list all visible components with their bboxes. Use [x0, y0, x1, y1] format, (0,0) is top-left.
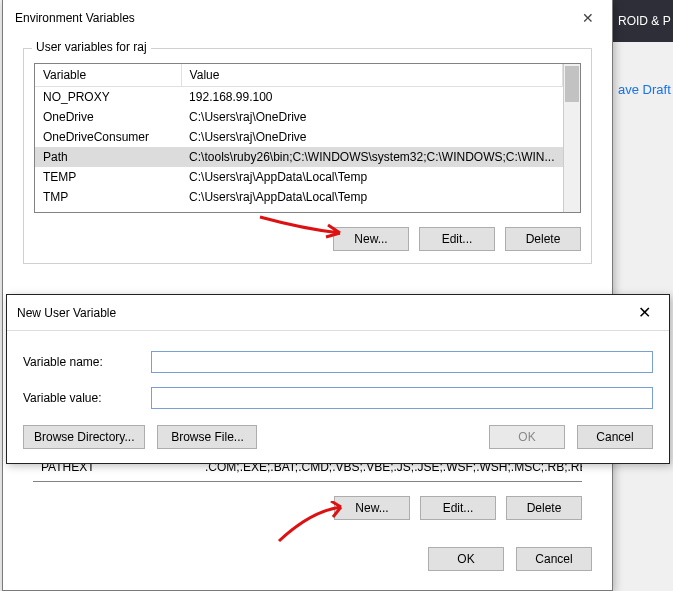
- user-edit-button[interactable]: Edit...: [419, 227, 495, 251]
- variable-value-label: Variable value:: [23, 391, 151, 405]
- var-name-cell: OneDrive: [35, 107, 181, 127]
- background-header: ROID & P: [612, 0, 673, 42]
- user-variables-table[interactable]: Variable Value NO_PROXY192.168.99.100One…: [34, 63, 581, 213]
- scrollbar[interactable]: [563, 64, 580, 212]
- scrollbar-thumb[interactable]: [565, 66, 579, 102]
- user-variables-label: User variables for raj: [32, 40, 151, 54]
- variable-name-input[interactable]: [151, 351, 653, 373]
- column-header-value[interactable]: Value: [181, 64, 562, 87]
- dialog-cancel-button[interactable]: Cancel: [516, 547, 592, 571]
- system-new-button[interactable]: New...: [334, 496, 410, 520]
- var-value-cell: 192.168.99.100: [181, 87, 562, 108]
- table-row[interactable]: TEMPC:\Users\raj\AppData\Local\Temp: [35, 167, 563, 187]
- dialog-ok-button[interactable]: OK: [428, 547, 504, 571]
- variable-value-input[interactable]: [151, 387, 653, 409]
- user-new-button[interactable]: New...: [333, 227, 409, 251]
- var-value-cell: C:\Users\raj\AppData\Local\Temp: [181, 187, 562, 207]
- table-row[interactable]: OneDriveC:\Users\raj\OneDrive: [35, 107, 563, 127]
- var-value-cell: C:\Users\raj\OneDrive: [181, 107, 562, 127]
- system-edit-button[interactable]: Edit...: [420, 496, 496, 520]
- table-row[interactable]: NO_PROXY192.168.99.100: [35, 87, 563, 108]
- new-user-variable-dialog: New User Variable ✕ Variable name: Varia…: [6, 294, 670, 464]
- var-name-cell: OneDriveConsumer: [35, 127, 181, 147]
- nv-cancel-button[interactable]: Cancel: [577, 425, 653, 449]
- var-value-cell: C:\Users\raj\AppData\Local\Temp: [181, 167, 562, 187]
- var-name-cell: TMP: [35, 187, 181, 207]
- save-draft-link[interactable]: ave Draft: [618, 82, 671, 97]
- nv-ok-button: OK: [489, 425, 565, 449]
- column-header-variable[interactable]: Variable: [35, 64, 181, 87]
- close-icon[interactable]: ✕: [574, 8, 602, 28]
- nv-titlebar: New User Variable ✕: [7, 295, 669, 331]
- var-value-cell: C:\Users\raj\OneDrive: [181, 127, 562, 147]
- background-header-text: ROID & P: [618, 14, 671, 28]
- nv-title: New User Variable: [17, 306, 116, 320]
- user-delete-button[interactable]: Delete: [505, 227, 581, 251]
- close-icon[interactable]: ✕: [628, 301, 661, 324]
- browse-directory-button[interactable]: Browse Directory...: [23, 425, 145, 449]
- browse-file-button[interactable]: Browse File...: [157, 425, 257, 449]
- dialog-titlebar: Environment Variables ✕: [3, 0, 612, 42]
- var-name-cell: NO_PROXY: [35, 87, 181, 108]
- var-name-cell: Path: [35, 147, 181, 167]
- table-row[interactable]: OneDriveConsumerC:\Users\raj\OneDrive: [35, 127, 563, 147]
- variable-name-label: Variable name:: [23, 355, 151, 369]
- dialog-title: Environment Variables: [15, 11, 135, 25]
- table-row[interactable]: TMPC:\Users\raj\AppData\Local\Temp: [35, 187, 563, 207]
- var-name-cell: TEMP: [35, 167, 181, 187]
- table-row[interactable]: PathC:\tools\ruby26\bin;C:\WINDOWS\syste…: [35, 147, 563, 167]
- user-variables-group: User variables for raj Variable Value NO…: [23, 48, 592, 264]
- system-delete-button[interactable]: Delete: [506, 496, 582, 520]
- var-value-cell: C:\tools\ruby26\bin;C:\WINDOWS\system32;…: [181, 147, 562, 167]
